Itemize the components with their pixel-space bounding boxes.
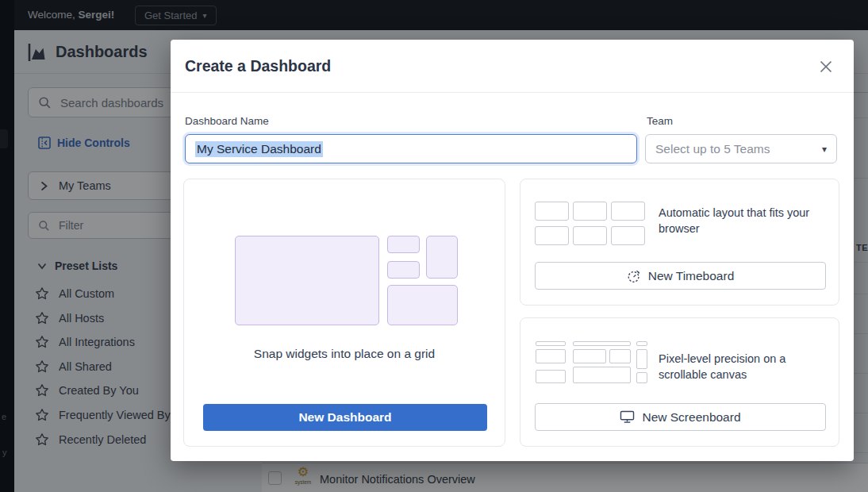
monitor-icon bbox=[620, 410, 635, 424]
illustration-cell bbox=[536, 370, 566, 383]
divider bbox=[171, 92, 854, 93]
illustration-cell bbox=[573, 341, 631, 346]
illustration-widget bbox=[387, 261, 420, 279]
screenboard-card: Pixel-level precision on a scrollable ca… bbox=[520, 317, 839, 447]
illustration-widget bbox=[426, 236, 458, 279]
illustration-cell bbox=[573, 367, 631, 383]
dashboard-name-value: My Service Dashboard bbox=[195, 141, 323, 157]
illustration-cell bbox=[573, 226, 607, 245]
grid-card-caption: Snap widgets into place on a grid bbox=[184, 347, 505, 361]
team-label: Team bbox=[647, 115, 673, 127]
timeboard-card: Automatic layout that fits your browser … bbox=[520, 179, 839, 306]
caret-down-icon: ▾ bbox=[822, 144, 827, 154]
illustration-cell bbox=[609, 349, 631, 363]
illustration-cell bbox=[611, 226, 645, 245]
illustration-cell bbox=[573, 202, 607, 221]
illustration-cell bbox=[573, 349, 606, 363]
illustration-cell bbox=[535, 226, 569, 245]
illustration-widget bbox=[387, 236, 420, 253]
illustration-cell bbox=[536, 349, 566, 363]
new-dashboard-button[interactable]: New Dashboard bbox=[203, 404, 487, 431]
app-screen: Welcome, Sergei! Get Started ▾ Dashboard… bbox=[0, 0, 868, 492]
close-button[interactable] bbox=[818, 59, 834, 75]
new-screenboard-button[interactable]: New Screenboard bbox=[535, 403, 826, 431]
illustration-cell bbox=[611, 202, 645, 221]
dashboard-name-label: Dashboard Name bbox=[185, 115, 269, 127]
illustration-widget bbox=[387, 285, 458, 325]
timeboard-illustration bbox=[535, 202, 645, 245]
modal-title: Create a Dashboard bbox=[185, 57, 331, 75]
illustration-cell bbox=[535, 202, 569, 221]
stopwatch-icon bbox=[627, 269, 641, 283]
dashboard-name-input[interactable]: My Service Dashboard bbox=[185, 134, 637, 163]
screenboard-caption: Pixel-level precision on a scrollable ca… bbox=[659, 352, 821, 382]
team-select[interactable]: Select up to 5 Teams ▾ bbox=[645, 134, 837, 163]
new-timeboard-button[interactable]: New Timeboard bbox=[535, 262, 826, 290]
new-screenboard-label: New Screenboard bbox=[642, 410, 740, 425]
new-timeboard-label: New Timeboard bbox=[648, 269, 735, 283]
screenboard-illustration bbox=[536, 341, 647, 389]
illustration-cell bbox=[636, 349, 647, 369]
team-select-placeholder: Select up to 5 Teams bbox=[655, 142, 822, 156]
illustration-widget bbox=[235, 236, 379, 325]
grid-dashboard-card: Snap widgets into place on a grid New Da… bbox=[183, 179, 505, 447]
close-icon bbox=[818, 59, 834, 75]
illustration-cell bbox=[536, 341, 566, 346]
create-dashboard-modal: Create a Dashboard Dashboard Name My Ser… bbox=[171, 40, 854, 461]
timeboard-caption: Automatic layout that fits your browser bbox=[659, 206, 832, 236]
illustration-cell bbox=[636, 341, 647, 346]
illustration-cell bbox=[636, 372, 647, 383]
